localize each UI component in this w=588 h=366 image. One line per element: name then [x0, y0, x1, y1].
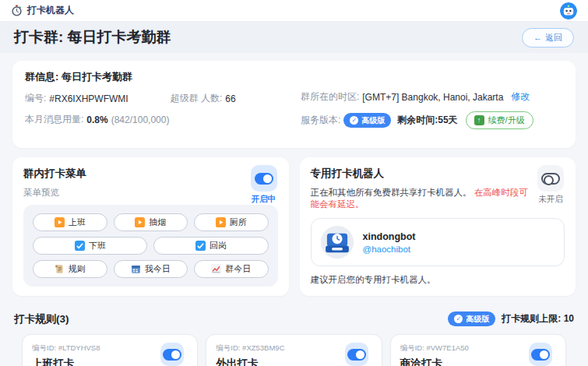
group-info-right: 群所在的时区: [GMT+7] Bangkok, Hanoi, Jakarta … [301, 70, 563, 137]
top-header: 打卡机器人 [0, 0, 588, 22]
menu-button-label: 群今日 [225, 263, 251, 275]
toggle-on-icon [251, 165, 277, 192]
play-icon [216, 217, 226, 227]
upgrade-label: 续费/升级 [488, 114, 525, 126]
rule-toggle[interactable]: 开启中 [157, 343, 188, 366]
menu-button-huigang[interactable]: 回岗 [153, 237, 268, 255]
bot-name: xindongbot [363, 231, 416, 242]
group-info-left: 群信息: 每日打卡考勤群 编号: #RX6IXHPWFWMI 超级群 人数: 6… [25, 70, 301, 137]
stopwatch-icon [11, 5, 23, 16]
group-info-card: 群信息: 每日打卡考勤群 编号: #RX6IXHPWFWMI 超级群 人数: 6… [12, 61, 576, 148]
menu-button-wojinri[interactable]: 我今日 [114, 260, 188, 278]
bot-suggestion: 建议开启您的专用打卡机器人。 [311, 274, 565, 286]
play-icon [55, 217, 65, 227]
menu-button-xiaban[interactable]: 下班 [33, 237, 147, 255]
menu-card-title: 群内打卡菜单 [23, 167, 278, 181]
rules-plan-badge: ✓ 高级版 [448, 311, 495, 326]
page-title: 打卡群: 每日打卡考勤群 [14, 27, 171, 48]
menu-card: 群内打卡菜单 开启中 菜单预览 上班 抽烟 [12, 157, 289, 296]
group-id-label: 编号: [25, 92, 46, 105]
back-arrow-icon: ← [533, 33, 542, 42]
bot-avatar[interactable] [560, 2, 577, 19]
rule-toggle[interactable]: 开启中 [525, 343, 556, 366]
menu-button-label: 下班 [89, 240, 106, 252]
shared-bot-item[interactable]: xindongbot @haochibot [311, 218, 565, 266]
check-circle-icon: ✓ [454, 315, 463, 323]
rules-limit-info: ✓ 高级版 打卡规则上限: 10 [448, 311, 574, 326]
rules-section-header: 打卡规则(3) ✓ 高级版 打卡规则上限: 10 [12, 307, 576, 334]
dedicated-bot-title: 专用打卡机器人 [311, 167, 565, 181]
cards-row: 群内打卡菜单 开启中 菜单预览 上班 抽烟 [12, 157, 576, 296]
menu-button-label: 厕所 [230, 216, 247, 228]
back-label: 返回 [545, 32, 562, 44]
plan-badge-text: 高级版 [361, 115, 385, 126]
rules-section-title: 打卡规则(3) [14, 312, 69, 326]
check-circle-icon: ✓ [350, 116, 358, 125]
member-count: 66 [225, 93, 235, 104]
plan-label: 服务版本: [301, 114, 340, 127]
menu-toggle[interactable]: 开启中 [248, 165, 280, 205]
usage-percent: 0.8% [86, 114, 107, 125]
back-button[interactable]: ← 返回 [522, 28, 574, 48]
menu-button-label: 我今日 [145, 263, 171, 275]
main-content: 群信息: 每日打卡考勤群 编号: #RX6IXHPWFWMI 超级群 人数: 6… [0, 53, 588, 366]
rule-toggle[interactable]: 开启中 [341, 343, 372, 366]
punch-clock-avatar [321, 226, 354, 259]
timezone-edit-link[interactable]: 修改 [511, 90, 530, 104]
usage-detail: (842/100,000) [111, 114, 170, 125]
plan-remaining: 剩余时间:55天 [397, 114, 457, 127]
calendar-icon [131, 264, 141, 274]
toggle-on-icon [345, 343, 368, 366]
bot-sharing-text: 正在和其他所有免费群共享打卡机器人。 [311, 188, 472, 197]
menu-toggle-label: 开启中 [248, 194, 280, 205]
menu-button-guize[interactable]: 规则 [33, 260, 107, 278]
upgrade-button[interactable]: ↑ 续费/升级 [466, 111, 533, 129]
menu-preview-box: 上班 抽烟 厕所 下班 [23, 205, 278, 287]
menu-button-label: 回岗 [209, 240, 227, 252]
rules-cards-row: 开启中 编号ID: #LTDYHVS8 上班打卡 开始打卡: sb 上班 完成打… [12, 334, 576, 366]
app-title: 打卡机器人 [27, 4, 74, 17]
rules-limit-label: 打卡规则上限: 10 [502, 312, 574, 326]
chart-icon [211, 264, 221, 274]
bot-handle-link[interactable]: @haochibot [363, 245, 416, 254]
check-icon [75, 241, 85, 251]
timezone-value: [GMT+7] Bangkok, Hanoi, Jakarta [362, 92, 503, 103]
menu-button-label: 抽烟 [149, 216, 166, 228]
dedicated-bot-toggle-label: 未开启 [535, 194, 566, 205]
timezone-label: 群所在的时区: [301, 90, 359, 104]
rules-plan-badge-text: 高级版 [466, 314, 489, 325]
check-icon [195, 241, 206, 251]
toggle-off-icon [537, 165, 564, 192]
menu-button-qunjinri[interactable]: 群今日 [194, 260, 269, 278]
menu-button-label: 上班 [69, 216, 86, 228]
menu-preview-label: 菜单预览 [23, 187, 278, 199]
bot-identity: xindongbot @haochibot [363, 231, 416, 254]
menu-button-label: 规则 [69, 263, 86, 275]
play-icon [135, 217, 145, 227]
group-id-value: #RX6IXHPWFWMI [49, 93, 128, 104]
menu-button-chouyan[interactable]: 抽烟 [114, 213, 188, 231]
toggle-on-icon [160, 343, 184, 366]
plan-badge: ✓ 高级版 [343, 113, 391, 128]
dedicated-bot-card: 专用打卡机器人 未开启 正在和其他所有免费群共享打卡机器人。 在高峰时段可能会有… [300, 157, 576, 296]
rule-card-shangqia: 开启中 编号ID: #VW7E1A50 商洽打卡 开始打卡: wc 厕所 完成打… [390, 334, 566, 366]
usage-label: 本月消息用量: [25, 113, 83, 126]
upgrade-arrow-icon: ↑ [474, 115, 484, 125]
dedicated-bot-toggle[interactable]: 未开启 [535, 165, 566, 205]
toggle-on-icon [529, 343, 552, 366]
group-type-label: 超级群 人数: [171, 92, 223, 105]
rule-card-shangban: 开启中 编号ID: #LTDYHVS8 上班打卡 开始打卡: sb 上班 完成打… [22, 334, 198, 366]
scroll-icon [55, 264, 65, 274]
page-title-bar: 打卡群: 每日打卡考勤群 ← 返回 [0, 22, 588, 53]
app-brand[interactable]: 打卡机器人 [11, 4, 74, 17]
group-info-title: 群信息: 每日打卡考勤群 [25, 70, 301, 84]
menu-button-cesuo[interactable]: 厕所 [194, 213, 269, 231]
bot-sharing-desc: 正在和其他所有免费群共享打卡机器人。 在高峰时段可能会有延迟。 [311, 187, 565, 210]
menu-button-shangban[interactable]: 上班 [33, 213, 107, 231]
rule-card-waichu: 开启中 编号ID: #XZ53BM9C 外出打卡 开始打卡: cy 抽烟 完成打… [206, 334, 382, 366]
